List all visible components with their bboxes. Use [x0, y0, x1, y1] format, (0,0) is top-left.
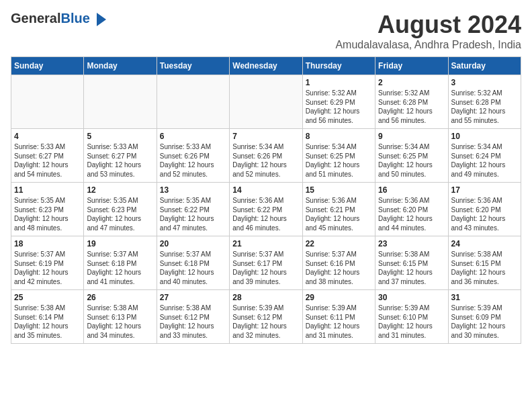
calendar-week-row: 1Sunrise: 5:32 AMSunset: 6:29 PMDaylight… — [11, 75, 521, 129]
day-info: Sunrise: 5:34 AMSunset: 6:25 PMDaylight:… — [378, 142, 445, 179]
calendar-body: 1Sunrise: 5:32 AMSunset: 6:29 PMDaylight… — [11, 75, 521, 344]
day-info: Sunrise: 5:32 AMSunset: 6:28 PMDaylight:… — [451, 89, 518, 125]
day-info: Sunrise: 5:38 AMSunset: 6:13 PMDaylight:… — [87, 304, 153, 340]
day-info: Sunrise: 5:35 AMSunset: 6:23 PMDaylight:… — [14, 196, 81, 232]
day-number: 28 — [232, 293, 299, 302]
day-info: Sunrise: 5:39 AMSunset: 6:11 PMDaylight:… — [306, 304, 372, 340]
day-info: Sunrise: 5:35 AMSunset: 6:22 PMDaylight:… — [160, 196, 226, 232]
calendar-cell: 29Sunrise: 5:39 AMSunset: 6:11 PMDayligh… — [302, 290, 375, 344]
calendar-cell: 24Sunrise: 5:38 AMSunset: 6:15 PMDayligh… — [448, 236, 521, 290]
calendar-cell: 12Sunrise: 5:35 AMSunset: 6:23 PMDayligh… — [84, 183, 157, 236]
calendar-cell: 11Sunrise: 5:35 AMSunset: 6:23 PMDayligh… — [11, 183, 84, 236]
calendar-cell: 28Sunrise: 5:39 AMSunset: 6:12 PMDayligh… — [230, 290, 302, 344]
calendar-week-row: 4Sunrise: 5:33 AMSunset: 6:27 PMDaylight… — [11, 129, 521, 183]
day-info: Sunrise: 5:36 AMSunset: 6:20 PMDaylight:… — [451, 196, 518, 232]
day-info: Sunrise: 5:37 AMSunset: 6:17 PMDaylight:… — [232, 250, 299, 286]
calendar-week-row: 18Sunrise: 5:37 AMSunset: 6:19 PMDayligh… — [11, 236, 521, 290]
day-number: 17 — [451, 185, 518, 195]
calendar-cell: 10Sunrise: 5:34 AMSunset: 6:24 PMDayligh… — [448, 129, 521, 183]
calendar-cell — [230, 75, 302, 129]
calendar-cell: 7Sunrise: 5:34 AMSunset: 6:26 PMDaylight… — [230, 129, 302, 183]
calendar-cell: 6Sunrise: 5:33 AMSunset: 6:26 PMDaylight… — [157, 129, 229, 183]
calendar-week-row: 25Sunrise: 5:38 AMSunset: 6:14 PMDayligh… — [11, 290, 521, 344]
calendar-cell — [157, 75, 229, 129]
day-info: Sunrise: 5:33 AMSunset: 6:27 PMDaylight:… — [87, 142, 153, 179]
day-info: Sunrise: 5:34 AMSunset: 6:25 PMDaylight:… — [306, 142, 372, 179]
day-number: 13 — [160, 185, 226, 195]
calendar-header-row: SundayMondayTuesdayWednesdayThursdayFrid… — [11, 57, 521, 75]
day-number: 1 — [306, 78, 372, 87]
calendar-cell: 31Sunrise: 5:39 AMSunset: 6:09 PMDayligh… — [448, 290, 521, 344]
day-info: Sunrise: 5:39 AMSunset: 6:09 PMDaylight:… — [451, 304, 518, 340]
day-info: Sunrise: 5:32 AMSunset: 6:28 PMDaylight:… — [378, 89, 445, 125]
calendar-cell: 21Sunrise: 5:37 AMSunset: 6:17 PMDayligh… — [230, 236, 302, 290]
day-number: 22 — [306, 239, 372, 248]
calendar-cell: 13Sunrise: 5:35 AMSunset: 6:22 PMDayligh… — [157, 183, 229, 236]
day-number: 29 — [306, 293, 372, 302]
calendar-cell: 16Sunrise: 5:36 AMSunset: 6:20 PMDayligh… — [375, 183, 448, 236]
calendar-cell: 19Sunrise: 5:37 AMSunset: 6:18 PMDayligh… — [84, 236, 157, 290]
page-title: August 2024 — [335, 11, 521, 39]
day-number: 5 — [87, 132, 153, 141]
calendar-cell: 9Sunrise: 5:34 AMSunset: 6:25 PMDaylight… — [375, 129, 448, 183]
weekday-header-monday: Monday — [84, 57, 157, 75]
calendar-cell: 20Sunrise: 5:37 AMSunset: 6:18 PMDayligh… — [157, 236, 229, 290]
calendar-cell: 5Sunrise: 5:33 AMSunset: 6:27 PMDaylight… — [84, 129, 157, 183]
day-number: 4 — [14, 132, 81, 141]
weekday-header-saturday: Saturday — [448, 57, 521, 75]
day-info: Sunrise: 5:37 AMSunset: 6:18 PMDaylight:… — [87, 250, 153, 286]
day-info: Sunrise: 5:33 AMSunset: 6:27 PMDaylight:… — [14, 142, 81, 179]
day-number: 20 — [160, 239, 226, 248]
day-info: Sunrise: 5:33 AMSunset: 6:26 PMDaylight:… — [160, 142, 226, 179]
calendar-cell: 1Sunrise: 5:32 AMSunset: 6:29 PMDaylight… — [302, 75, 375, 129]
calendar-cell: 2Sunrise: 5:32 AMSunset: 6:28 PMDaylight… — [375, 75, 448, 129]
day-number: 23 — [378, 239, 445, 248]
page-subtitle: Amudalavalasa, Andhra Pradesh, India — [335, 39, 521, 51]
calendar-cell: 18Sunrise: 5:37 AMSunset: 6:19 PMDayligh… — [11, 236, 84, 290]
calendar-cell: 27Sunrise: 5:38 AMSunset: 6:12 PMDayligh… — [157, 290, 229, 344]
day-info: Sunrise: 5:38 AMSunset: 6:15 PMDaylight:… — [451, 250, 518, 286]
calendar-cell: 3Sunrise: 5:32 AMSunset: 6:28 PMDaylight… — [448, 75, 521, 129]
calendar-cell: 14Sunrise: 5:36 AMSunset: 6:22 PMDayligh… — [230, 183, 302, 236]
day-number: 15 — [306, 185, 372, 195]
day-number: 9 — [378, 132, 445, 141]
calendar-week-row: 11Sunrise: 5:35 AMSunset: 6:23 PMDayligh… — [11, 183, 521, 236]
calendar-cell: 17Sunrise: 5:36 AMSunset: 6:20 PMDayligh… — [448, 183, 521, 236]
weekday-header-sunday: Sunday — [11, 57, 84, 75]
svg-marker-0 — [97, 13, 106, 26]
day-info: Sunrise: 5:34 AMSunset: 6:26 PMDaylight:… — [232, 142, 299, 179]
day-number: 27 — [160, 293, 226, 302]
day-number: 3 — [451, 78, 518, 87]
weekday-header-friday: Friday — [375, 57, 448, 75]
weekday-header-tuesday: Tuesday — [157, 57, 229, 75]
day-number: 12 — [87, 185, 153, 195]
day-number: 14 — [232, 185, 299, 195]
day-number: 31 — [451, 293, 518, 302]
day-info: Sunrise: 5:38 AMSunset: 6:15 PMDaylight:… — [378, 250, 445, 286]
calendar-cell: 15Sunrise: 5:36 AMSunset: 6:21 PMDayligh… — [302, 183, 375, 236]
calendar-cell — [84, 75, 157, 129]
day-number: 26 — [87, 293, 153, 302]
day-info: Sunrise: 5:39 AMSunset: 6:10 PMDaylight:… — [378, 304, 445, 340]
day-number: 11 — [14, 185, 81, 195]
day-number: 30 — [378, 293, 445, 302]
calendar-cell: 23Sunrise: 5:38 AMSunset: 6:15 PMDayligh… — [375, 236, 448, 290]
day-number: 8 — [306, 132, 372, 141]
calendar-cell: 4Sunrise: 5:33 AMSunset: 6:27 PMDaylight… — [11, 129, 84, 183]
day-info: Sunrise: 5:37 AMSunset: 6:16 PMDaylight:… — [306, 250, 372, 286]
calendar-cell: 26Sunrise: 5:38 AMSunset: 6:13 PMDayligh… — [84, 290, 157, 344]
day-info: Sunrise: 5:38 AMSunset: 6:14 PMDaylight:… — [14, 304, 81, 340]
day-info: Sunrise: 5:38 AMSunset: 6:12 PMDaylight:… — [160, 304, 226, 340]
logo: GeneralBlue — [11, 11, 106, 26]
calendar-cell: 30Sunrise: 5:39 AMSunset: 6:10 PMDayligh… — [375, 290, 448, 344]
day-number: 19 — [87, 239, 153, 248]
day-number: 10 — [451, 132, 518, 141]
day-info: Sunrise: 5:37 AMSunset: 6:18 PMDaylight:… — [160, 250, 226, 286]
day-number: 16 — [378, 185, 445, 195]
day-info: Sunrise: 5:39 AMSunset: 6:12 PMDaylight:… — [232, 304, 299, 340]
day-number: 7 — [232, 132, 299, 141]
day-number: 24 — [451, 239, 518, 248]
day-number: 21 — [232, 239, 299, 248]
day-info: Sunrise: 5:36 AMSunset: 6:21 PMDaylight:… — [306, 196, 372, 232]
day-number: 2 — [378, 78, 445, 87]
